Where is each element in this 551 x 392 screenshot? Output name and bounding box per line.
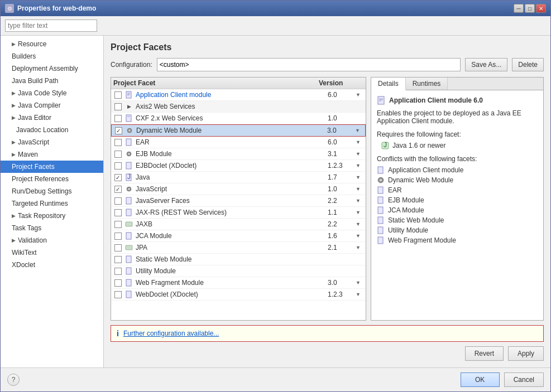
ok-button[interactable]: OK — [461, 372, 500, 387]
cancel-button[interactable]: Cancel — [504, 372, 544, 387]
checkbox-unchecked[interactable] — [114, 162, 122, 170]
facet-checkbox[interactable] — [113, 102, 122, 111]
sidebar-item-validation[interactable]: ▶ Validation — [1, 234, 103, 246]
table-row[interactable]: WebDoclet (XDoclet) 1.2.3 ▼ — [111, 289, 366, 301]
checkbox-unchecked[interactable] — [114, 256, 122, 263]
sidebar-item-xdoclet[interactable]: XDoclet — [1, 259, 103, 271]
sidebar-item-task-tags[interactable]: Task Tags — [1, 222, 103, 234]
table-row[interactable]: EAR 6.0 ▼ — [111, 137, 366, 148]
checkbox-unchecked[interactable] — [114, 244, 122, 251]
table-row[interactable]: Static Web Module — [111, 254, 366, 265]
checkbox-unchecked[interactable] — [114, 139, 122, 146]
save-as-button[interactable]: Save As... — [465, 58, 507, 71]
title-buttons[interactable]: ─ □ ✕ — [514, 4, 546, 13]
checkbox-unchecked[interactable] — [114, 209, 122, 216]
sidebar-item-java-editor[interactable]: ▶ Java Editor — [1, 112, 103, 124]
help-button[interactable]: ? — [7, 374, 20, 386]
version-dropdown[interactable]: ▼ — [356, 198, 363, 204]
sidebar-item-javadoc-location[interactable]: Javadoc Location — [1, 124, 103, 136]
table-row[interactable]: Application Client module 6.0 ▼ — [111, 89, 366, 101]
sidebar-item-task-repository[interactable]: ▶ Task Repository — [1, 210, 103, 222]
sidebar-item-run-debug-settings[interactable]: Run/Debug Settings — [1, 185, 103, 197]
facet-checkbox[interactable] — [113, 196, 122, 205]
version-dropdown[interactable]: ▼ — [356, 139, 363, 145]
tab-details[interactable]: Details — [371, 78, 406, 90]
checkbox-unchecked[interactable] — [114, 268, 122, 275]
minimize-button[interactable]: ─ — [514, 4, 524, 13]
table-row[interactable]: CXF 2.x Web Services 1.0 — [111, 113, 366, 124]
checkbox-unchecked[interactable] — [114, 103, 122, 110]
table-row[interactable]: Web Fragment Module 3.0 ▼ — [111, 277, 366, 289]
facet-checkbox[interactable] — [113, 138, 122, 147]
facet-checkbox[interactable] — [113, 208, 122, 217]
checkbox-unchecked[interactable] — [114, 91, 122, 99]
tab-runtimes[interactable]: Runtimes — [406, 78, 448, 90]
apply-button[interactable]: Apply — [508, 346, 544, 361]
sidebar-item-resource[interactable]: ▶ Resource — [1, 38, 103, 50]
revert-button[interactable]: Revert — [465, 346, 504, 361]
table-row[interactable]: Dynamic Web Module 3.0 ▼ — [111, 124, 366, 137]
checkbox-unchecked[interactable] — [114, 221, 122, 228]
table-row[interactable]: EJB Module 3.1 ▼ — [111, 148, 366, 160]
version-dropdown[interactable]: ▼ — [356, 210, 363, 215]
version-dropdown[interactable]: ▼ — [356, 292, 363, 297]
checkbox-unchecked[interactable] — [114, 197, 122, 205]
table-row[interactable]: EJBDoclet (XDoclet) 1.2.3 ▼ — [111, 160, 366, 172]
checkbox-unchecked[interactable] — [114, 233, 122, 240]
checkbox-checked[interactable] — [114, 186, 122, 193]
facet-checkbox[interactable] — [114, 126, 123, 135]
facet-checkbox[interactable] — [113, 290, 122, 299]
table-row[interactable]: J Java 1.7 ▼ — [111, 172, 366, 183]
sidebar-item-builders[interactable]: Builders — [1, 50, 103, 62]
delete-button[interactable]: Delete — [512, 58, 544, 71]
sidebar-item-javascript[interactable]: ▶ JavaScript — [1, 136, 103, 148]
table-row[interactable]: JPA 2.1 ▼ — [111, 242, 366, 254]
table-row[interactable]: Utility Module — [111, 265, 366, 277]
checkbox-unchecked[interactable] — [114, 151, 122, 158]
sidebar-item-project-references[interactable]: Project References — [1, 173, 103, 185]
sidebar-item-java-code-style[interactable]: ▶ Java Code Style — [1, 87, 103, 99]
checkbox-unchecked[interactable] — [114, 279, 122, 287]
sidebar-item-java-compiler[interactable]: ▶ Java Compiler — [1, 99, 103, 112]
filter-input[interactable] — [5, 20, 97, 32]
facet-checkbox[interactable] — [113, 267, 122, 275]
checkbox-checked[interactable] — [114, 174, 122, 181]
version-dropdown[interactable]: ▼ — [356, 233, 363, 239]
facet-checkbox[interactable] — [113, 243, 122, 252]
facet-checkbox[interactable] — [113, 149, 122, 158]
sidebar-item-project-facets[interactable]: Project Facets — [1, 161, 103, 173]
sidebar-item-maven[interactable]: ▶ Maven — [1, 148, 103, 161]
version-dropdown[interactable]: ▼ — [356, 280, 363, 285]
facet-checkbox[interactable] — [113, 161, 122, 170]
sidebar-item-deployment-assembly[interactable]: Deployment Assembly — [1, 62, 103, 75]
version-dropdown[interactable]: ▼ — [356, 221, 363, 227]
maximize-button[interactable]: □ — [525, 4, 535, 13]
sidebar-item-java-build-path[interactable]: Java Build Path — [1, 75, 103, 87]
version-dropdown[interactable]: ▼ — [356, 151, 363, 157]
facet-checkbox[interactable] — [113, 185, 122, 193]
facet-checkbox[interactable] — [113, 231, 122, 240]
version-dropdown[interactable]: ▼ — [356, 163, 363, 168]
facet-checkbox[interactable] — [113, 90, 122, 99]
facet-checkbox[interactable] — [113, 255, 122, 264]
facet-checkbox[interactable] — [113, 278, 122, 287]
version-dropdown[interactable]: ▼ — [356, 92, 363, 98]
table-row[interactable]: JAXB 2.2 ▼ — [111, 219, 366, 230]
close-button[interactable]: ✕ — [536, 4, 546, 13]
table-row[interactable]: JAX-RS (REST Web Services) 1.1 ▼ — [111, 207, 366, 219]
checkbox-unchecked[interactable] — [114, 291, 122, 298]
table-row[interactable]: JCA Module 1.6 ▼ — [111, 230, 366, 242]
version-dropdown[interactable]: ▼ — [355, 128, 363, 133]
checkbox-checked[interactable] — [115, 127, 122, 134]
table-row[interactable]: JavaServer Faces 2.2 ▼ — [111, 195, 366, 207]
further-config-link[interactable]: Further configuration available... — [123, 330, 219, 337]
version-dropdown[interactable]: ▼ — [356, 245, 363, 250]
version-dropdown[interactable]: ▼ — [356, 186, 363, 192]
configuration-select[interactable]: <custom> — [157, 58, 461, 71]
table-row[interactable]: ▶ Axis2 Web Services — [111, 101, 366, 113]
sidebar-item-targeted-runtimes[interactable]: Targeted Runtimes — [1, 197, 103, 210]
checkbox-unchecked[interactable] — [114, 115, 122, 122]
facet-checkbox[interactable] — [113, 114, 122, 123]
facet-checkbox[interactable] — [113, 173, 122, 182]
sidebar-item-wikitext[interactable]: WikiText — [1, 246, 103, 259]
